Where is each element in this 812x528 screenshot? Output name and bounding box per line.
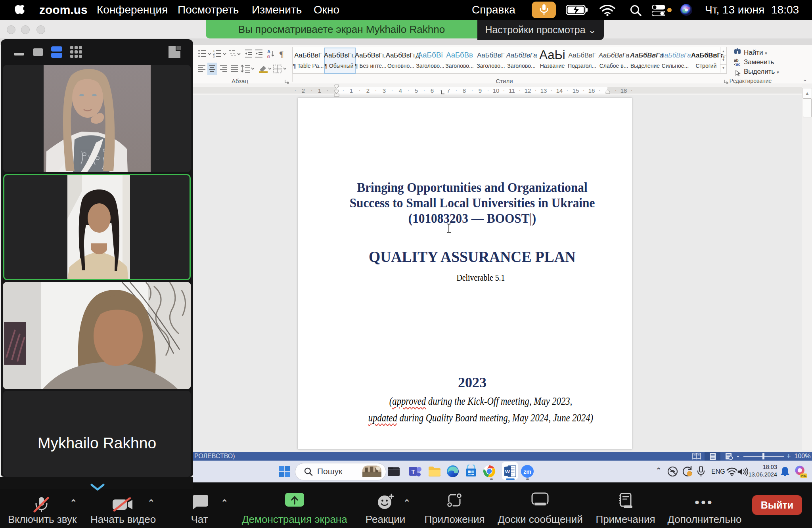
svg-text:я: я [267, 54, 270, 59]
svg-text:PRE: PRE [801, 474, 807, 478]
svg-text:ac: ac [736, 62, 741, 67]
svg-text:А: А [267, 49, 270, 54]
svg-text:T: T [411, 468, 415, 475]
svg-text:¶: ¶ [280, 49, 283, 59]
svg-text:zm: zm [523, 469, 531, 475]
svg-text:3: 3 [213, 55, 215, 58]
svg-text:W: W [505, 469, 510, 474]
